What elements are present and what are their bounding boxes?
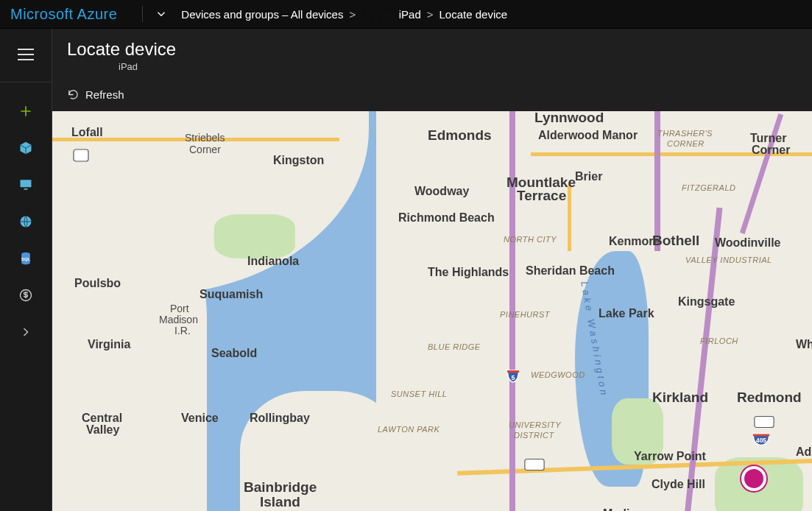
nav-virtual-machines[interactable] — [0, 166, 52, 203]
map-land — [240, 391, 402, 511]
refresh-label: Refresh — [85, 88, 124, 101]
plus-icon — [18, 104, 33, 119]
brand-logo[interactable]: Microsoft Azure — [10, 6, 117, 23]
breadcrumb-sep: > — [427, 8, 434, 21]
nav-sql[interactable]: SQL — [0, 240, 52, 277]
breadcrumb-device-owner[interactable]: ████ — [361, 8, 399, 21]
route-shield-sr3: 3 — [72, 147, 90, 164]
svg-rect-1 — [21, 180, 32, 187]
svg-text:405: 405 — [756, 437, 766, 444]
refresh-button[interactable]: Refresh — [60, 85, 132, 104]
map-place-label: Suquamish — [200, 288, 263, 301]
svg-text:5: 5 — [511, 374, 515, 381]
map-land — [52, 222, 207, 511]
nav-billing[interactable] — [0, 277, 52, 314]
svg-text:520: 520 — [759, 419, 769, 426]
map-park — [214, 214, 295, 258]
nav-web[interactable] — [0, 203, 52, 240]
hamburger-icon[interactable] — [18, 45, 34, 64]
breadcrumb-leaf: Locate device — [439, 8, 508, 21]
nav-expand[interactable] — [0, 314, 52, 350]
map-road-i5 — [509, 111, 515, 511]
breadcrumb-root[interactable]: Devices and groups – All devices — [181, 8, 343, 21]
left-nav: SQL — [0, 29, 52, 511]
nav-all-resources[interactable] — [0, 130, 52, 166]
globe-icon — [18, 214, 33, 229]
svg-text:3: 3 — [79, 152, 82, 160]
map-road — [568, 185, 571, 251]
map-land — [376, 111, 812, 511]
chevron-down-icon[interactable] — [155, 7, 168, 21]
cube-icon — [18, 141, 33, 155]
page-subtitle: iPad — [119, 61, 797, 72]
route-shield-i5: 5 — [504, 367, 522, 385]
svg-rect-8 — [507, 370, 519, 373]
breadcrumb-sep: > — [349, 8, 356, 21]
nav-add[interactable] — [0, 93, 52, 130]
dollar-icon — [18, 288, 33, 303]
monitor-icon — [18, 177, 33, 192]
chevron-right-icon — [18, 325, 33, 339]
separator — [142, 6, 143, 22]
map-road — [654, 111, 660, 251]
page-title: Locate device — [67, 39, 797, 60]
refresh-icon — [67, 88, 80, 101]
svg-text:520: 520 — [529, 462, 540, 469]
route-shield-sr520: 520 — [523, 456, 546, 473]
map-canvas[interactable]: Lake Washington 3 5 520 520 405 EdmondsL… — [52, 111, 812, 511]
svg-rect-2 — [24, 188, 28, 190]
route-shield-sr520b: 520 — [753, 413, 775, 431]
map-place-label: Seabold — [211, 347, 257, 360]
database-icon: SQL — [18, 251, 33, 266]
command-bar: Refresh — [52, 80, 812, 111]
svg-text:SQL: SQL — [21, 257, 30, 261]
map-road — [52, 138, 339, 141]
breadcrumb-device[interactable]: iPad — [399, 8, 421, 21]
map-park — [612, 398, 663, 465]
route-shield-i405: 405 — [750, 431, 772, 448]
divider — [0, 82, 52, 82]
